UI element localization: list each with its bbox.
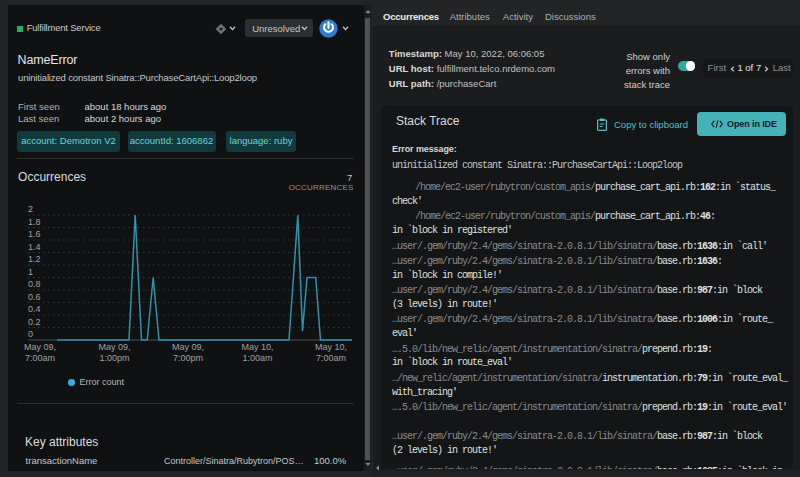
svg-text:2: 2 [28, 204, 33, 214]
svg-text:1:00am: 1:00am [242, 353, 272, 363]
svg-text:May 10,: May 10, [315, 342, 347, 352]
svg-text:1.4: 1.4 [28, 242, 41, 252]
svg-text:May 09,: May 09, [172, 342, 204, 352]
svg-text:0.6: 0.6 [28, 292, 41, 302]
svg-text:1:00pm: 1:00pm [99, 353, 129, 363]
svg-text:1.2: 1.2 [28, 254, 41, 264]
svg-text:0.2: 0.2 [28, 317, 41, 327]
svg-text:0: 0 [28, 329, 33, 339]
svg-text:7:00am: 7:00am [316, 353, 346, 363]
svg-text:0.4: 0.4 [28, 304, 41, 314]
svg-text:1.6: 1.6 [28, 229, 41, 239]
svg-text:7:00pm: 7:00pm [173, 353, 203, 363]
svg-text:May 09,: May 09, [98, 342, 130, 352]
svg-text:1: 1 [28, 267, 33, 277]
svg-text:1.8: 1.8 [28, 217, 41, 227]
svg-text:May 09,: May 09, [24, 342, 56, 352]
svg-text:7:00am: 7:00am [25, 353, 55, 363]
svg-text:0.8: 0.8 [28, 279, 41, 289]
svg-text:May 10,: May 10, [241, 342, 273, 352]
